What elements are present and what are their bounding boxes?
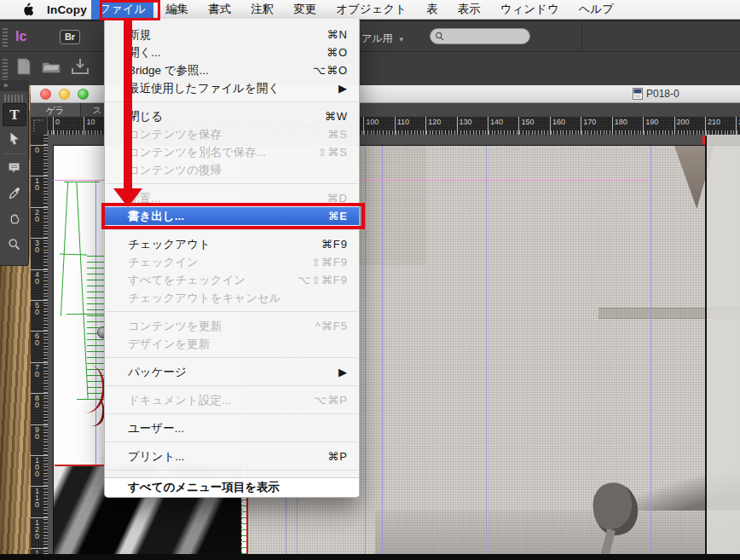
- menu-item-check-out[interactable]: チェックアウト⌘F9: [105, 235, 359, 253]
- menu-item-open[interactable]: 開く...⌘O: [105, 43, 359, 61]
- menu-item-save-content[interactable]: コンテンツを保存⌘S: [105, 125, 359, 143]
- ruler-tick: 5 0: [31, 300, 48, 301]
- screen: » T: [0, 0, 740, 560]
- search-icon: [435, 32, 444, 41]
- menu-item-place[interactable]: 配置...⌘D: [105, 189, 359, 207]
- menu-item-update-design[interactable]: デザインを更新: [105, 335, 359, 353]
- ruler-tick: 6 0: [31, 331, 48, 332]
- menu-separator: [105, 353, 359, 363]
- minimize-window-button[interactable]: [59, 89, 70, 100]
- ruler-tick: 7 0: [31, 362, 48, 363]
- ruler-tick: 4 0: [31, 269, 48, 270]
- search-field[interactable]: [430, 28, 530, 44]
- menu-item-close[interactable]: 閉じる⌘W: [105, 107, 359, 125]
- v-ruler[interactable]: 01 02 03 04 05 06 07 08 09 01 0 01 1 01 …: [31, 135, 48, 554]
- ruler-tick: 3 0: [31, 238, 48, 239]
- ruler-tick: 2 0: [31, 207, 48, 208]
- ruler-tick: 9 0: [31, 424, 48, 425]
- menu-item-revert-content[interactable]: コンテンツの復帰: [105, 161, 359, 179]
- note-tool-icon: [7, 160, 22, 176]
- ruler-tick: 1 0 0: [31, 455, 48, 456]
- menubar-item-help[interactable]: ヘルプ: [579, 2, 614, 17]
- file-menu-dropdown: 新規⌘N開く...⌘OBridge で参照...⌥⌘O最近使用したファイルを開く…: [104, 19, 360, 498]
- workspace-label: アル用: [361, 32, 393, 44]
- menubar-item-type[interactable]: 書式: [208, 2, 231, 17]
- menu-item-check-in[interactable]: チェックイン⇧⌘F9: [105, 253, 359, 271]
- ruler-tick: 100: [363, 117, 364, 135]
- menu-separator: [105, 97, 359, 107]
- page-edge-line: [705, 136, 707, 554]
- window-title: P018-0: [633, 88, 679, 100]
- appbar-grip: [3, 28, 8, 47]
- menubar-item-table[interactable]: 表: [426, 2, 438, 17]
- note-tool[interactable]: [5, 159, 24, 177]
- menu-item-user[interactable]: ユーザー...: [105, 419, 359, 437]
- ruler-tick: 1 0: [31, 176, 48, 176]
- bridge-button[interactable]: Br: [60, 30, 80, 44]
- menu-item-update-content[interactable]: コンテンツを更新^⌘F5: [105, 317, 359, 335]
- menubar-item-window[interactable]: ウィンドウ: [500, 2, 559, 17]
- menu-separator: [105, 225, 359, 235]
- zoom-tool[interactable]: [5, 235, 24, 254]
- menu-item-package[interactable]: パッケージ▶: [105, 363, 359, 381]
- ruler-tick: 120: [425, 117, 426, 135]
- type-tool-icon: T: [9, 107, 19, 124]
- ruler-tick: 200: [674, 117, 675, 135]
- menu-item-show-all-items[interactable]: すべてのメニュー項目を表示: [105, 477, 359, 497]
- menu-item-print[interactable]: プリント...⌘P: [105, 447, 359, 465]
- save-icon[interactable]: [70, 56, 90, 77]
- menu-item-cancel-check-out[interactable]: チェックアウトをキャンセル: [105, 289, 359, 307]
- menu-item-new[interactable]: 新規⌘N: [105, 26, 359, 43]
- eyedropper-tool-icon: [7, 186, 22, 201]
- menubar-item-object[interactable]: オブジェクト: [336, 2, 407, 17]
- bottom-black-bar: [0, 554, 740, 560]
- menubar-item-track[interactable]: 変更: [293, 2, 316, 17]
- ruler-tick: 150: [518, 117, 519, 135]
- menu-item-save-content-as[interactable]: コンテンツを別名で保存...⇧⌘S: [105, 143, 359, 161]
- menubar: InCopy ファイル編集書式注釈変更オブジェクト表表示ウィンドウヘルプ: [0, 0, 740, 20]
- window-title-text: P018-0: [646, 88, 679, 100]
- new-document-icon[interactable]: [14, 56, 34, 77]
- panel-grip[interactable]: [4, 95, 24, 102]
- appbar-divider: [581, 23, 582, 51]
- menu-item-export[interactable]: 書き出し...⌘E: [105, 207, 359, 225]
- menu-separator: [105, 409, 359, 419]
- ruler-origin-box[interactable]: [31, 117, 48, 135]
- menubar-item-edit[interactable]: 編集: [165, 2, 188, 17]
- workspace-switcher[interactable]: アル用▾: [361, 32, 403, 46]
- close-window-button[interactable]: [40, 89, 51, 100]
- position-tool[interactable]: [5, 130, 24, 148]
- ruler-tick: 8 0: [31, 393, 48, 394]
- position-tool-icon: [7, 131, 22, 147]
- zoom-window-button[interactable]: [78, 89, 89, 100]
- type-tool[interactable]: T: [3, 103, 26, 126]
- menu-separator: [105, 179, 359, 189]
- menubar-item-view[interactable]: 表示: [458, 2, 481, 17]
- menu-item-check-in-all[interactable]: すべてをチェックイン⌥⇧⌘F9: [105, 271, 359, 289]
- ruler-tick: 210: [705, 117, 706, 135]
- red-marker-tick: [702, 136, 705, 145]
- ruler-tick: 180: [612, 117, 613, 135]
- ruler-tick: 220: [736, 117, 737, 135]
- file-menu-list: 新規⌘N開く...⌘OBridge で参照...⌥⌘O最近使用したファイルを開く…: [105, 26, 359, 476]
- eyedropper-tool[interactable]: [5, 184, 24, 203]
- apple-menu-icon[interactable]: [20, 3, 34, 17]
- ruler-tick: 110: [395, 117, 396, 135]
- menu-item-browse-bridge[interactable]: Bridge で参照...⌥⌘O: [105, 61, 359, 79]
- guide-vertical: [486, 146, 487, 554]
- ruler-tick: 170: [581, 117, 581, 135]
- appbar-grip: [3, 59, 8, 81]
- tab-galley[interactable]: ゲラ: [31, 103, 81, 117]
- ruler-tick: 1 1 0: [31, 486, 48, 487]
- panel-collapse-chevrons-icon[interactable]: »: [0, 80, 29, 91]
- menu-item-document-setup[interactable]: ドキュメント設定...⌥⌘P: [105, 391, 359, 409]
- search-input[interactable]: [444, 32, 521, 42]
- menubar-item-notes[interactable]: 注釈: [251, 2, 274, 17]
- app-menu-incopy[interactable]: InCopy: [47, 3, 87, 16]
- open-folder-icon[interactable]: [41, 56, 61, 77]
- menu-item-open-recent[interactable]: 最近使用したファイルを開く▶: [105, 79, 359, 97]
- incopy-logo: Ic: [15, 29, 26, 44]
- menubar-item-file[interactable]: ファイル: [91, 0, 153, 20]
- hand-tool[interactable]: [5, 210, 24, 228]
- guide-vertical: [382, 146, 383, 554]
